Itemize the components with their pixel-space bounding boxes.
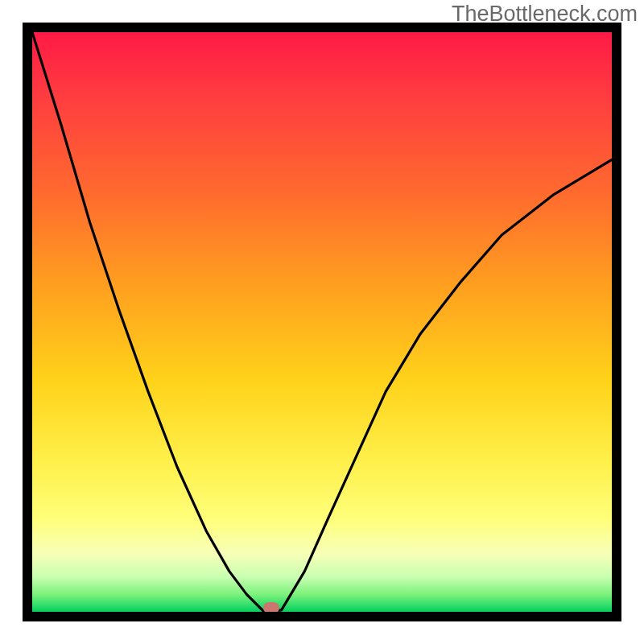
figure: TheBottleneck.com <box>0 0 644 644</box>
black-frame <box>23 23 621 621</box>
bottleneck-curve <box>32 32 612 612</box>
min-marker <box>263 602 279 612</box>
plot-area <box>32 32 612 612</box>
